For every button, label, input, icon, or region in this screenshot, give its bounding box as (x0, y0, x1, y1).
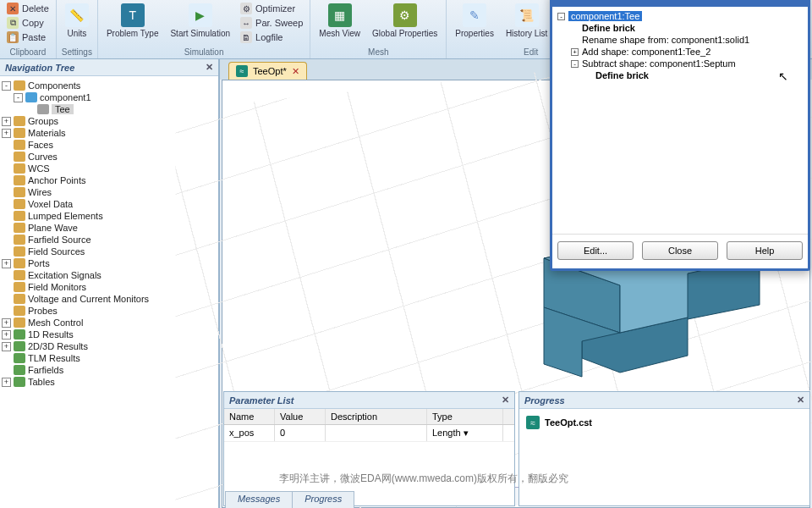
param-table-header: Name Value Description Type (224, 409, 514, 425)
progress-file: TeeOpt.cst (545, 417, 592, 428)
folder-icon (14, 318, 25, 328)
logfile-button[interactable]: 🗎Logfile (239, 30, 304, 44)
param-type[interactable]: Length ▾ (427, 425, 503, 441)
tab-messages[interactable]: Messages (225, 491, 293, 508)
col-name[interactable]: Name (224, 409, 275, 424)
cst-file-icon: ≈ (236, 65, 248, 77)
bottom-tabs: Messages Progress (225, 491, 354, 508)
param-desc[interactable] (326, 425, 427, 441)
delete-button[interactable]: ✕Delete (5, 2, 51, 15)
watermark-text: 李明洋主讲，微波EDA网(www.mweda.com)版权所有，翻版必究 (279, 472, 568, 486)
copy-label: Copy (22, 18, 44, 28)
expand-icon[interactable]: + (2, 342, 11, 351)
cst-file-icon: ≈ (526, 416, 540, 429)
tree-node[interactable]: -Components (2, 80, 217, 91)
expand-icon[interactable]: - (2, 81, 11, 91)
tree-label: 2D/3D Results (28, 341, 88, 351)
close-button[interactable]: Close (642, 241, 718, 260)
folder-icon (14, 152, 25, 162)
param-name[interactable]: x_pos (224, 425, 275, 441)
delete-label: Delete (22, 3, 49, 14)
param-row[interactable]: x_pos 0 Length ▾ (224, 425, 514, 442)
expand-icon[interactable]: + (2, 378, 11, 387)
problem-type-button[interactable]: TProblem Type (103, 2, 162, 40)
edit-group-label: Edit (524, 47, 538, 57)
folder-icon (14, 223, 25, 233)
param-value[interactable]: 0 (275, 425, 326, 441)
global-properties-button[interactable]: ⚙Global Properties (369, 2, 441, 40)
nav-tree-title: Navigation Tree (5, 63, 74, 73)
col-type[interactable]: Type (427, 409, 503, 424)
expand-icon[interactable]: + (2, 117, 11, 126)
col-value[interactable]: Value (275, 409, 326, 424)
edit-button[interactable]: Edit... (557, 241, 634, 260)
help-button[interactable]: Help (727, 241, 803, 260)
folder-icon (14, 163, 25, 174)
tree-label: Field Sources (28, 246, 85, 257)
close-tab-icon[interactable]: ✕ (292, 66, 299, 77)
par-sweep-button[interactable]: ↔Par. Sweep (239, 16, 304, 30)
history-tree[interactable]: -component1:TeeDefine brickRename shape … (552, 7, 808, 234)
tree-label: Voltage and Current Monitors (28, 294, 149, 304)
tree-label: Groups (28, 116, 58, 126)
folder-icon (14, 199, 25, 209)
ribbon-group-clipboard: ✕Delete ⧉Copy 📋Paste Clipboard (0, 0, 57, 58)
progress-header: Progress✕ (519, 392, 809, 409)
start-simulation-button[interactable]: ▶Start Simulation (167, 2, 233, 40)
mesh-view-button[interactable]: ▦Mesh View (315, 2, 364, 40)
tree-label: Anchor Points (28, 175, 85, 185)
history-dialog: -component1:TeeDefine brickRename shape … (550, 0, 810, 271)
history-node[interactable]: -Subtract shape: component1:Septum (571, 58, 803, 69)
history-node[interactable]: +Add shape: component1:Tee_2 (571, 46, 803, 58)
simulation-group-label: Simulation (184, 47, 224, 57)
history-label: Subtract shape: component1:Septum (582, 58, 736, 69)
progress-panel: Progress✕ ≈ TeeOpt.cst (518, 391, 810, 506)
expand-icon[interactable]: + (2, 318, 11, 328)
tree-label: Farfields (28, 365, 63, 375)
folder-icon (14, 128, 25, 138)
tree-label: Mesh Control (28, 318, 83, 328)
expand-icon[interactable]: - (571, 60, 579, 68)
history-node[interactable]: -component1:Tee (557, 10, 803, 22)
col-description[interactable]: Description (326, 409, 427, 424)
history-list-button[interactable]: 📜History List (502, 2, 551, 40)
units-button[interactable]: 📏Units (62, 2, 92, 40)
paste-button[interactable]: 📋Paste (5, 30, 51, 44)
tree-label: TLM Results (28, 353, 80, 363)
optimizer-button[interactable]: ⚙Optimizer (239, 2, 304, 15)
mouse-cursor-icon: ↖ (778, 69, 788, 83)
tree-label: Faces (28, 140, 53, 150)
ribbon-group-settings: 📏Units Settings (57, 0, 98, 58)
history-label: Define brick (595, 70, 649, 80)
tree-label: Lumped Elements (28, 211, 103, 221)
folder-icon (14, 235, 25, 245)
folder-icon (14, 377, 25, 387)
expand-icon[interactable]: + (571, 48, 579, 56)
mesh-group-label: Mesh (368, 47, 388, 57)
tab-progress[interactable]: Progress (292, 491, 354, 508)
close-icon[interactable]: ✕ (502, 395, 509, 406)
tree-node[interactable]: -component1 (14, 91, 217, 103)
history-node[interactable]: Define brick (584, 69, 803, 81)
history-node[interactable]: Define brick (571, 22, 803, 34)
history-label: component1:Tee (568, 11, 642, 21)
history-node[interactable]: Rename shape from: component1:solid1 (571, 34, 803, 46)
ribbon-group-simulation: TProblem Type ▶Start Simulation ⚙Optimiz… (98, 0, 310, 58)
expand-icon[interactable]: + (2, 330, 11, 340)
folder-icon (14, 246, 25, 257)
tab-label: TeeOpt* (253, 66, 287, 76)
expand-icon[interactable]: - (14, 93, 23, 102)
chevron-down-icon[interactable]: ▾ (464, 428, 469, 438)
expand-icon[interactable]: - (557, 13, 565, 20)
tree-label: Materials (28, 128, 66, 138)
close-icon[interactable]: ✕ (206, 62, 213, 73)
tree-label: WCS (28, 163, 50, 174)
close-icon[interactable]: ✕ (797, 395, 804, 406)
tree-label: Tee (52, 104, 74, 114)
parameter-list-panel: Parameter List✕ Name Value Description T… (223, 391, 515, 506)
expand-icon[interactable]: + (2, 129, 11, 138)
expand-icon[interactable]: + (2, 259, 11, 268)
document-tab[interactable]: ≈ TeeOpt* ✕ (228, 62, 307, 80)
copy-button[interactable]: ⧉Copy (5, 16, 51, 30)
properties-button[interactable]: ✎Properties (452, 2, 497, 40)
